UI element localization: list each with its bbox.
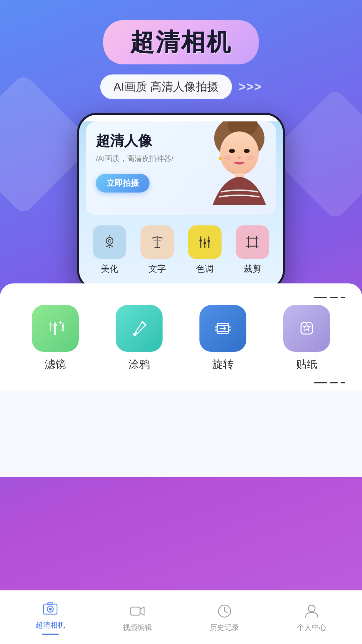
- sticker-icon-circle: [283, 305, 330, 352]
- svg-rect-42: [229, 326, 231, 328]
- divider-lines: [13, 297, 349, 298]
- subtitle-area: AI画质 高清人像拍摄 >>>: [0, 74, 362, 99]
- tab-photo[interactable]: 超清相机: [7, 600, 94, 635]
- feature-text[interactable]: 文字: [140, 225, 174, 275]
- svg-rect-43: [229, 329, 231, 331]
- svg-point-48: [49, 608, 52, 610]
- divider-3: [341, 297, 345, 298]
- svg-rect-22: [248, 238, 256, 246]
- tool-rotate[interactable]: 旋转: [199, 305, 246, 372]
- svg-rect-21: [207, 240, 210, 242]
- divider-2: [330, 297, 338, 298]
- draw-icon-circle: [116, 305, 163, 352]
- tab-active-indicator: [42, 634, 59, 635]
- svg-point-11: [108, 239, 111, 242]
- phone-mockup: 超清人像 /AI画质，高清夜拍神器/ 立即拍摄: [77, 113, 285, 290]
- rotate-icon-circle: [199, 305, 246, 352]
- rotate-label: 旋转: [212, 357, 234, 372]
- profile-tab-label: 个人中心: [297, 623, 326, 633]
- beauty-icon-box: [93, 225, 126, 259]
- svg-rect-20: [203, 242, 206, 244]
- video-tab-icon: [129, 602, 146, 620]
- profile-tab-icon: [303, 602, 320, 620]
- feature-tone[interactable]: 色调: [188, 225, 222, 275]
- hero-subtitle: /AI画质，高清夜拍神器/: [96, 154, 266, 164]
- hero-title: 超清人像: [96, 131, 266, 150]
- tone-label: 色调: [196, 263, 214, 275]
- title-pill: 超清相机: [103, 20, 259, 64]
- photo-tab-icon: [42, 600, 59, 618]
- draw-label: 涂鸦: [128, 357, 150, 372]
- tab-history[interactable]: 历史记录: [181, 602, 268, 633]
- beauty-label: 美化: [101, 263, 118, 275]
- divider-b2: [330, 382, 338, 383]
- crop-label: 裁剪: [244, 263, 261, 275]
- header: 超清相机 AI画质 高清人像拍摄 >>>: [0, 0, 362, 99]
- sticker-label: 贴纸: [296, 357, 317, 372]
- svg-marker-45: [303, 324, 310, 331]
- svg-rect-19: [199, 239, 202, 241]
- tools-grid: 滤镜 涂鸦: [13, 305, 349, 372]
- subtitle-pill: AI画质 高清人像拍摄: [100, 74, 232, 99]
- video-tab-label: 视频编辑: [123, 623, 152, 633]
- feature-beauty[interactable]: 美化: [93, 225, 126, 275]
- svg-point-52: [308, 605, 315, 612]
- tool-draw[interactable]: 涂鸦: [116, 305, 163, 372]
- svg-rect-41: [215, 329, 217, 331]
- phone-features-grid: 美化 文字: [79, 222, 283, 278]
- svg-point-36: [133, 333, 136, 336]
- text-icon-box: [140, 225, 174, 259]
- phone-screen: 超清人像 /AI画质，高清夜拍神器/ 立即拍摄: [79, 121, 283, 288]
- photo-tab-label: 超清相机: [36, 620, 65, 630]
- hero-text-area: 超清人像 /AI画质，高清夜拍神器/ 立即拍摄: [96, 131, 266, 193]
- divider-b1: [314, 382, 327, 383]
- extra-bottom-section: [0, 390, 362, 477]
- chevrons-icon: >>>: [239, 80, 262, 94]
- svg-rect-50: [131, 607, 140, 615]
- history-tab-label: 历史记录: [210, 623, 239, 633]
- bottom-panel: 滤镜 涂鸦: [0, 283, 362, 390]
- svg-point-10: [106, 237, 113, 244]
- subtitle-text: AI画质 高清人像拍摄: [114, 80, 219, 93]
- history-tab-icon: [216, 602, 233, 620]
- tool-filter[interactable]: 滤镜: [32, 305, 79, 372]
- divider-b3: [341, 382, 345, 383]
- filter-icon-circle: [32, 305, 79, 352]
- phone-mockup-wrapper: 超清人像 /AI画质，高清夜拍神器/ 立即拍摄: [0, 113, 362, 290]
- shoot-button[interactable]: 立即拍摄: [96, 174, 149, 193]
- crop-icon-box: [236, 225, 269, 259]
- tab-video[interactable]: 视频编辑: [94, 602, 181, 633]
- bottom-dividers: [13, 382, 349, 383]
- tab-bar: 超清相机 视频编辑 历史记录 个人中心: [0, 590, 362, 644]
- text-label: 文字: [148, 263, 166, 275]
- divider-1: [314, 297, 327, 298]
- tab-profile[interactable]: 个人中心: [268, 602, 355, 633]
- hero-banner: 超清人像 /AI画质，高清夜拍神器/ 立即拍摄: [86, 121, 276, 215]
- tone-icon-box: [188, 225, 222, 259]
- main-title: 超清相机: [130, 29, 232, 55]
- filter-label: 滤镜: [45, 357, 66, 372]
- tool-sticker[interactable]: 贴纸: [283, 305, 330, 372]
- svg-rect-40: [215, 326, 217, 328]
- feature-crop[interactable]: 裁剪: [236, 225, 269, 275]
